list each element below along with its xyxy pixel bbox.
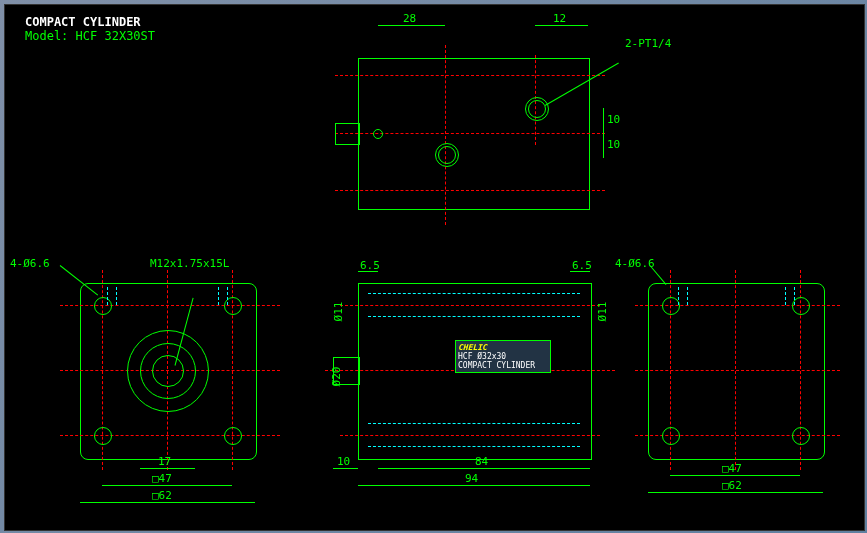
rv-cl-h — [635, 370, 840, 371]
fv-cl-h2 — [60, 305, 280, 306]
dim-47-line — [102, 485, 232, 486]
dim-17-line — [140, 468, 195, 469]
rhid-2 — [785, 287, 795, 305]
cad-canvas: COMPACT CYLINDER Model: HCF 32X30ST 28 1… — [4, 4, 865, 531]
dim-10-line — [333, 468, 358, 469]
rhid-1 — [678, 287, 688, 305]
dim-10a: 10 — [607, 113, 620, 126]
slot-bot — [368, 423, 580, 447]
hole-br — [224, 427, 242, 445]
dim-d11b: Ø11 — [596, 302, 609, 322]
rdim-62-line — [648, 492, 823, 493]
front-view: 4-Ø6.6 M12x1.75x15L 17 □47 □62 — [45, 265, 305, 525]
dim-10b: 10 — [607, 138, 620, 151]
dim-12-line — [535, 25, 588, 26]
dim-m12: M12x1.75x15L — [150, 257, 229, 270]
dim-84-line — [378, 468, 590, 469]
dim-28-line — [378, 25, 445, 26]
centerline-h2 — [335, 75, 605, 76]
rhole-br — [792, 427, 810, 445]
nameplate-brand: CHELIC — [458, 343, 487, 352]
dim-10a-line — [603, 108, 604, 133]
centerline-h3 — [335, 190, 605, 191]
leader-466 — [60, 265, 98, 295]
dim-65b: 6.5 — [572, 259, 592, 272]
dim-84: 84 — [475, 455, 488, 468]
fv-cl-h3 — [60, 435, 280, 436]
rod-stub — [335, 123, 360, 145]
dim-62-line — [80, 502, 255, 503]
rleader-466 — [650, 265, 667, 285]
hole-bl — [94, 427, 112, 445]
hidden-1 — [107, 287, 117, 305]
slot-top — [368, 293, 580, 317]
dim-d20: Ø20 — [330, 367, 343, 387]
rdim-47-line — [670, 475, 800, 476]
rdim-47: □47 — [722, 462, 742, 475]
dim-2pt14: 2-PT1/4 — [625, 37, 671, 50]
model-label: Model: HCF 32X30ST — [25, 29, 155, 43]
rdim-62: □62 — [722, 479, 742, 492]
port-circle-2b — [528, 100, 546, 118]
nameplate-line2: COMPACT CYLINDER — [458, 361, 535, 370]
dim-28: 28 — [403, 12, 416, 25]
dim-12: 12 — [553, 12, 566, 25]
side-view: 6.5 6.5 Ø11 Ø11 Ø20 10 84 94 CHELIC HCF … — [335, 265, 615, 525]
rear-view: 4-Ø6.6 □47 □62 — [630, 265, 855, 525]
dim-94: 94 — [465, 472, 478, 485]
centerline-v — [445, 45, 446, 225]
rhole-bl — [662, 427, 680, 445]
hidden-2 — [218, 287, 228, 305]
dim-47: □47 — [152, 472, 172, 485]
dim-17: 17 — [158, 455, 171, 468]
dim-10b-line — [603, 133, 604, 158]
dim-d11a: Ø11 — [332, 302, 345, 322]
dim-10: 10 — [337, 455, 350, 468]
dim-466: 4-Ø6.6 — [10, 257, 50, 270]
rdim-466: 4-Ø6.6 — [615, 257, 655, 270]
port-circle-1b — [438, 146, 456, 164]
drawing-title: COMPACT CYLINDER — [25, 15, 141, 29]
dim-62: □62 — [152, 489, 172, 502]
small-hole — [373, 129, 383, 139]
nameplate: CHELIC HCF Ø32x30 COMPACT CYLINDER — [455, 340, 551, 373]
dim-94-line — [358, 485, 590, 486]
bore-inner — [152, 355, 184, 387]
top-view: 28 12 2-PT1/4 10 10 — [335, 35, 605, 225]
dim-65a: 6.5 — [360, 259, 380, 272]
rv-cl-v — [735, 270, 736, 470]
top-outline — [358, 58, 590, 210]
nameplate-line1: HCF Ø32x30 — [458, 352, 506, 361]
